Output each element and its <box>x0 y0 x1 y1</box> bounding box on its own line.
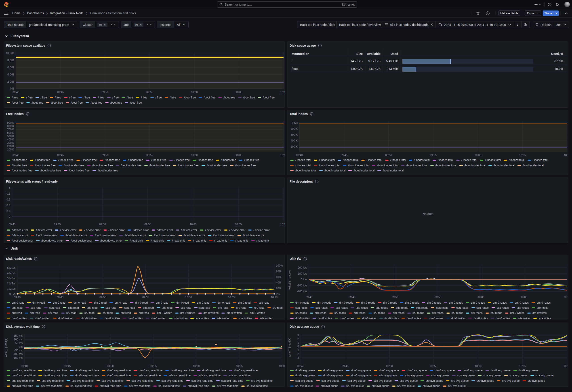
svg-text:-1: -1 <box>297 349 299 352</box>
svg-text:-50 ms: -50 ms <box>14 349 23 352</box>
svg-text:10:10: 10:10 <box>564 364 568 368</box>
svg-text:40%: 40% <box>276 281 281 284</box>
svg-text:write(-) | read(+): write(-) | read(+) <box>288 338 291 357</box>
svg-text:5 MB/s: 5 MB/s <box>7 266 16 270</box>
svg-text:09:45: 09:45 <box>57 296 64 299</box>
svg-text:900 K: 900 K <box>7 121 14 124</box>
svg-text:09:40: 09:40 <box>306 296 312 299</box>
svg-text:100%: 100% <box>276 264 283 267</box>
svg-text:10 GiB: 10 GiB <box>6 52 14 55</box>
svg-text:200 K: 200 K <box>291 145 298 148</box>
svg-text:09:40: 09:40 <box>14 296 21 299</box>
svg-text:10:10: 10:10 <box>280 91 285 94</box>
svg-text:2 GiB: 2 GiB <box>7 80 14 83</box>
svg-text:0%: 0% <box>276 292 280 296</box>
svg-text:-200 io/s: -200 io/s <box>297 290 307 293</box>
svg-text:09:50: 09:50 <box>99 223 106 226</box>
svg-text:09:50: 09:50 <box>392 296 398 299</box>
svg-text:09:40: 09:40 <box>296 154 303 157</box>
svg-text:10:10: 10:10 <box>564 296 568 299</box>
svg-text:0 B/s: 0 B/s <box>9 292 16 296</box>
svg-text:200 K: 200 K <box>7 145 14 148</box>
svg-text:09:45: 09:45 <box>57 91 64 94</box>
svg-text:10:00: 10:00 <box>191 91 198 94</box>
svg-text:800 K: 800 K <box>7 125 14 128</box>
svg-text:09:45: 09:45 <box>342 364 348 368</box>
svg-text:10:05: 10:05 <box>235 223 241 226</box>
svg-text:10:00: 10:00 <box>475 364 481 368</box>
svg-text:09:40: 09:40 <box>21 364 28 368</box>
svg-text:10:05: 10:05 <box>521 296 527 299</box>
svg-text:1: 1 <box>9 187 10 190</box>
svg-text:600 K: 600 K <box>291 133 298 136</box>
svg-text:10:05: 10:05 <box>236 91 242 94</box>
svg-text:write(-) | read(+): write(-) | read(+) <box>4 338 8 357</box>
svg-text:10:05: 10:05 <box>228 296 235 299</box>
svg-text:-150 ms: -150 ms <box>13 356 23 359</box>
svg-text:10:05: 10:05 <box>519 154 526 157</box>
svg-text:1: 1 <box>297 341 299 345</box>
svg-text:09:50: 09:50 <box>386 364 393 368</box>
svg-text:10:10: 10:10 <box>280 154 285 157</box>
svg-text:10:05: 10:05 <box>519 364 526 368</box>
svg-text:09:55: 09:55 <box>435 296 441 299</box>
svg-text:0 io/s: 0 io/s <box>301 278 307 281</box>
svg-text:write(-) | read(+): write(-) | read(+) <box>288 270 291 290</box>
svg-text:-100 io/s: -100 io/s <box>297 284 307 287</box>
svg-text:500 K: 500 K <box>7 135 14 138</box>
svg-text:10:00: 10:00 <box>193 364 200 368</box>
svg-text:700 K: 700 K <box>7 128 14 131</box>
svg-text:4 MB/s: 4 MB/s <box>7 272 16 275</box>
svg-text:3: 3 <box>297 334 299 337</box>
svg-text:10:00: 10:00 <box>477 296 484 299</box>
svg-text:100 ms: 100 ms <box>14 338 23 341</box>
svg-text:10:05: 10:05 <box>236 364 243 368</box>
svg-text:10:00: 10:00 <box>191 154 198 157</box>
svg-text:0.6: 0.6 <box>6 198 10 201</box>
svg-text:09:50: 09:50 <box>107 364 114 368</box>
svg-text:800 K: 800 K <box>291 127 298 130</box>
svg-text:09:55: 09:55 <box>430 154 437 157</box>
svg-text:8 GiB: 8 GiB <box>7 59 14 62</box>
svg-text:09:50: 09:50 <box>102 91 108 94</box>
svg-text:10:10: 10:10 <box>279 364 285 368</box>
svg-text:09:50: 09:50 <box>102 154 108 157</box>
svg-text:300 K: 300 K <box>7 141 14 144</box>
svg-text:2 MB/s: 2 MB/s <box>7 282 16 285</box>
svg-text:09:40: 09:40 <box>13 154 19 157</box>
svg-text:09:45: 09:45 <box>57 154 64 157</box>
svg-text:09:55: 09:55 <box>150 364 157 368</box>
svg-text:400 K: 400 K <box>7 138 14 141</box>
svg-text:09:55: 09:55 <box>142 296 149 299</box>
svg-text:2: 2 <box>297 338 299 341</box>
svg-text:0.4: 0.4 <box>6 204 10 207</box>
svg-text:-100 ms: -100 ms <box>13 352 23 356</box>
svg-text:0: 0 <box>297 345 299 348</box>
svg-text:600 K: 600 K <box>7 131 14 134</box>
svg-text:10:10: 10:10 <box>564 154 568 157</box>
svg-text:150 ms: 150 ms <box>14 334 23 337</box>
svg-text:09:40: 09:40 <box>13 91 19 94</box>
svg-text:100 io/s: 100 io/s <box>298 272 307 275</box>
svg-text:1 MB/s: 1 MB/s <box>7 287 16 290</box>
svg-text:09:40: 09:40 <box>297 364 304 368</box>
svg-text:400 K: 400 K <box>291 139 298 142</box>
svg-text:1 Mil: 1 Mil <box>292 121 298 125</box>
svg-text:09:55: 09:55 <box>430 364 437 368</box>
svg-text:0.2: 0.2 <box>6 210 10 213</box>
svg-text:20%: 20% <box>276 287 281 290</box>
svg-text:100 K: 100 K <box>7 148 14 151</box>
svg-text:09:55: 09:55 <box>146 91 153 94</box>
svg-text:-3: -3 <box>297 356 299 359</box>
svg-text:09:50: 09:50 <box>99 296 106 299</box>
svg-text:10:10: 10:10 <box>280 223 285 226</box>
svg-text:10:00: 10:00 <box>185 296 192 299</box>
svg-text:50 ms: 50 ms <box>15 342 23 345</box>
svg-text:09:45: 09:45 <box>64 364 71 368</box>
svg-text:09:45: 09:45 <box>54 223 61 226</box>
svg-text:?: ? <box>549 3 550 6</box>
svg-text:0 s: 0 s <box>19 345 23 348</box>
svg-text:0: 0 <box>9 215 10 218</box>
svg-text:10:00: 10:00 <box>190 223 196 226</box>
svg-text:60%: 60% <box>276 275 281 279</box>
